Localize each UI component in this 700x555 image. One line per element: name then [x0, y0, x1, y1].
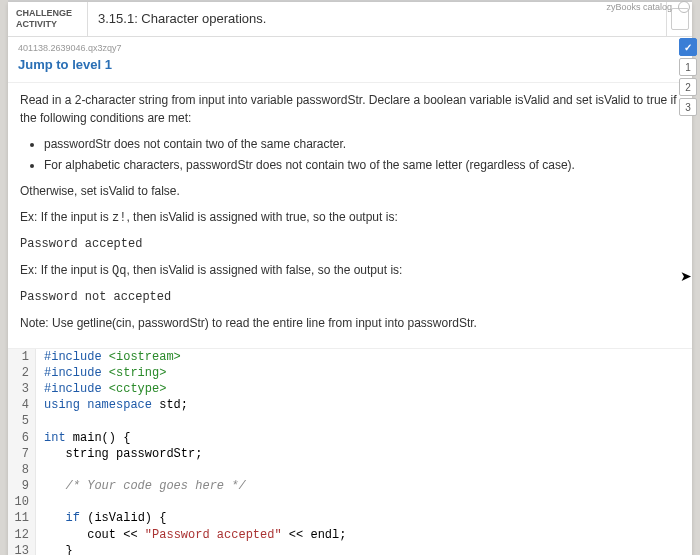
instructions: Read in a 2-character string from input … [8, 82, 692, 348]
code-editor[interactable]: 1#include <iostream> 2#include <string> … [8, 348, 692, 555]
challenge-label: CHALLENGE ACTIVITY [8, 2, 88, 36]
progress-check-icon[interactable]: ✓ [679, 38, 697, 56]
level-2-button[interactable]: 2 [679, 78, 697, 96]
level-3-button[interactable]: 3 [679, 98, 697, 116]
note-text: Note: Use getline(cin, passwordStr) to r… [20, 314, 680, 332]
top-nav-remnant: zyBooks catalog [606, 0, 690, 14]
otherwise-text: Otherwise, set isValid to false. [20, 182, 680, 200]
example-1: Ex: If the input is z!, then isValid is … [20, 208, 680, 227]
meta-id: 401138.2639046.qx3zqy7 [8, 37, 692, 55]
challenge-label-line2: ACTIVITY [16, 19, 79, 30]
help-icon[interactable] [678, 1, 690, 13]
output-1: Password accepted [20, 235, 680, 253]
example-2: Ex: If the input is Qq, then isValid is … [20, 261, 680, 280]
bullet-2: For alphabetic characters, passwordStr d… [44, 156, 680, 174]
level-1-button[interactable]: 1 [679, 58, 697, 76]
output-2: Password not accepted [20, 288, 680, 306]
challenge-title: 3.15.1: Character operations. [88, 2, 666, 36]
cursor-icon: ➤ [680, 268, 692, 284]
bullet-1: passwordStr does not contain two of the … [44, 135, 680, 153]
catalog-label: zyBooks catalog [606, 2, 672, 12]
challenge-label-line1: CHALLENGE [16, 8, 79, 19]
intro-text: Read in a 2-character string from input … [20, 91, 680, 127]
progress-rail: ✓ 1 2 3 [678, 38, 698, 116]
challenge-header: CHALLENGE ACTIVITY 3.15.1: Character ope… [8, 2, 692, 37]
jump-to-level-link[interactable]: Jump to level 1 [8, 55, 692, 82]
challenge-card: CHALLENGE ACTIVITY 3.15.1: Character ope… [8, 2, 692, 555]
